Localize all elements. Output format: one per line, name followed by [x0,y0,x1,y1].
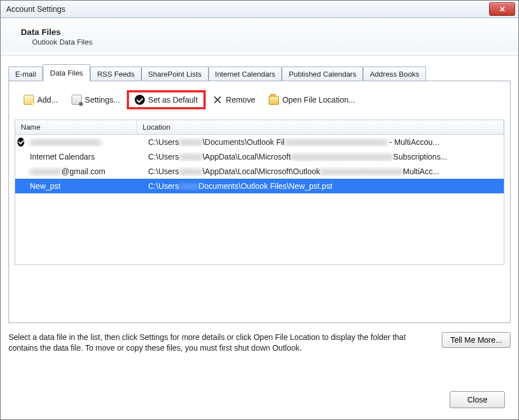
window-close-button[interactable]: ✕ [489,2,515,16]
help-text: Select a data file in the list, then cli… [8,332,414,353]
check-circle-icon [135,95,145,105]
help-row: Select a data file in the list, then cli… [8,332,511,353]
row-location: C:\Usersxxxxxx\AppData\Local\Microsoft\O… [143,167,504,176]
dialog-footer: Close [450,391,505,408]
row-name: xxxxxxxxxxxxxxxxxx [24,138,143,147]
close-button[interactable]: Close [450,391,505,408]
default-indicator-icon [15,138,24,147]
list-row[interactable]: xxxxxxxx@gmail.com C:\Usersxxxxxx\AppDat… [15,164,504,179]
add-icon [24,95,34,105]
account-settings-window: Account Settings ✕ Data Files Outlook Da… [0,0,519,420]
list-row[interactable]: New_pst C:\UsersxxxxxDocuments\Outlook F… [15,179,504,193]
tab-address-books[interactable]: Address Books [363,67,425,81]
row-location: C:\UsersxxxxxDocuments\Outlook Files\New… [143,182,504,191]
tab-strip: E-mail Data Files RSS Feeds SharePoint L… [1,56,518,81]
row-location: C:\Usersxxxxxx\AppData\Local\Microsoftxx… [143,152,504,161]
tab-published-calendars[interactable]: Published Calendars [282,67,363,81]
header-subtitle: Outlook Data Files [32,38,503,46]
set-default-button-label: Set as Default [148,95,198,104]
row-location: C:\Usersxxxxxx\Documents\Outlook Filxxxx… [143,138,504,147]
add-button-label: Add... [37,95,58,104]
open-file-location-button[interactable]: Open File Location... [262,90,362,109]
column-header-name[interactable]: Name [15,120,137,134]
tab-internet-calendars[interactable]: Internet Calendars [209,67,282,81]
tab-email[interactable]: E-mail [8,67,43,81]
open-file-location-button-label: Open File Location... [282,95,355,104]
toolbar: Add... Settings... Set as Default Remove… [15,90,504,109]
add-button[interactable]: Add... [17,90,65,109]
window-title: Account Settings [6,5,65,14]
remove-button[interactable]: Remove [206,90,262,109]
tab-rss-feeds[interactable]: RSS Feeds [90,67,141,81]
column-header-location[interactable]: Location [137,120,504,134]
tab-panel: Add... Settings... Set as Default Remove… [8,81,511,323]
tell-me-more-button[interactable]: Tell Me More... [442,332,511,348]
row-name: Internet Calendars [24,152,143,161]
tab-sharepoint-lists[interactable]: SharePoint Lists [141,67,209,81]
tab-data-files[interactable]: Data Files [43,64,91,81]
set-default-button[interactable]: Set as Default [127,90,206,109]
remove-button-label: Remove [226,95,255,104]
folder-icon [269,95,279,105]
dialog-header: Data Files Outlook Data Files [1,18,518,52]
list-row[interactable]: xxxxxxxxxxxxxxxxxx C:\Usersxxxxxx\Docume… [15,135,504,149]
row-name: New_pst [24,182,143,191]
settings-icon [72,95,82,105]
list-body: xxxxxxxxxxxxxxxxxx C:\Usersxxxxxx\Docume… [15,135,504,264]
data-files-list: Name Location xxxxxxxxxxxxxxxxxx C:\User… [15,120,504,265]
titlebar: Account Settings ✕ [1,1,518,18]
header-title: Data Files [21,27,503,37]
list-header: Name Location [15,120,504,135]
settings-button-label: Settings... [85,95,120,104]
remove-icon [212,95,223,105]
list-row[interactable]: Internet Calendars C:\Usersxxxxxx\AppDat… [15,149,504,164]
settings-button[interactable]: Settings... [65,90,127,109]
row-name: xxxxxxxx@gmail.com [24,167,143,176]
close-icon: ✕ [499,6,505,13]
